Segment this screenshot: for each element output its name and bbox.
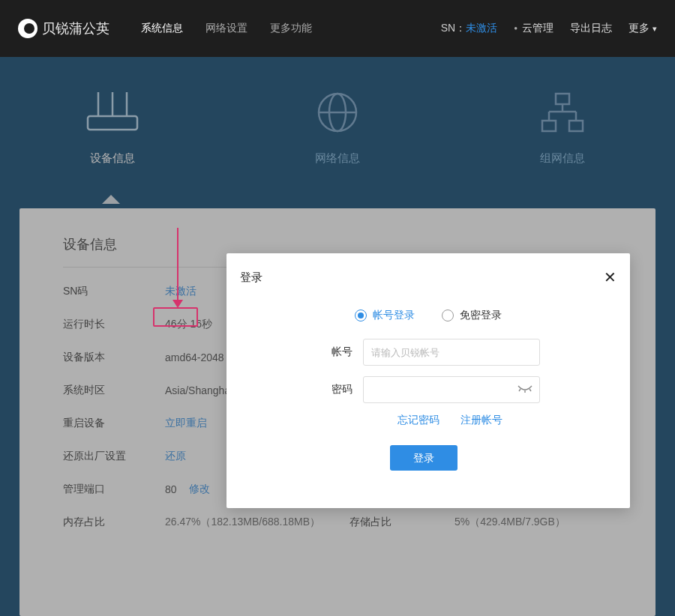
svg-line-14	[519, 389, 520, 391]
modal-title: 登录	[240, 271, 262, 285]
login-button[interactable]: 登录	[390, 445, 458, 471]
nav-system-info[interactable]: 系统信息	[141, 22, 183, 35]
sn-status[interactable]: SN：未激活	[441, 22, 497, 35]
topbar: 贝锐蒲公英 系统信息 网络设置 更多功能 SN：未激活 云管理 导出日志 更多	[0, 0, 675, 57]
logo[interactable]: 贝锐蒲公英	[18, 19, 110, 38]
account-input[interactable]	[363, 339, 540, 366]
register-link[interactable]: 注册帐号	[460, 414, 502, 427]
login-modal: 登录 ✕ 帐号登录 免密登录 帐号 密码	[226, 253, 630, 508]
password-label: 密码	[316, 383, 352, 396]
sn-label: SN：	[441, 22, 466, 34]
login-type-tabs: 帐号登录 免密登录	[240, 309, 616, 322]
nav-network-settings[interactable]: 网络设置	[206, 22, 248, 35]
login-tab-noauth[interactable]: 免密登录	[442, 309, 502, 322]
radio-icon	[442, 309, 454, 321]
logo-text: 贝锐蒲公英	[42, 19, 110, 37]
radio-label: 帐号登录	[373, 309, 415, 322]
password-input[interactable]	[363, 376, 540, 403]
radio-icon	[355, 309, 367, 321]
cloud-manage-link[interactable]: 云管理	[514, 22, 554, 35]
svg-line-16	[530, 389, 531, 391]
close-icon[interactable]: ✕	[604, 268, 616, 286]
sn-value: 未激活	[466, 22, 497, 34]
nav-more-features[interactable]: 更多功能	[270, 22, 312, 35]
toggle-password-icon[interactable]	[518, 383, 532, 397]
account-label: 帐号	[316, 345, 352, 359]
login-tab-account[interactable]: 帐号登录	[355, 309, 415, 322]
more-menu[interactable]: 更多	[628, 22, 657, 35]
forgot-password-link[interactable]: 忘记密码	[398, 414, 440, 427]
top-right: SN：未激活 云管理 导出日志 更多	[441, 22, 657, 35]
radio-label: 免密登录	[460, 309, 502, 322]
export-log-link[interactable]: 导出日志	[570, 22, 612, 35]
logo-icon	[18, 19, 38, 38]
top-nav: 系统信息 网络设置 更多功能	[141, 22, 312, 35]
